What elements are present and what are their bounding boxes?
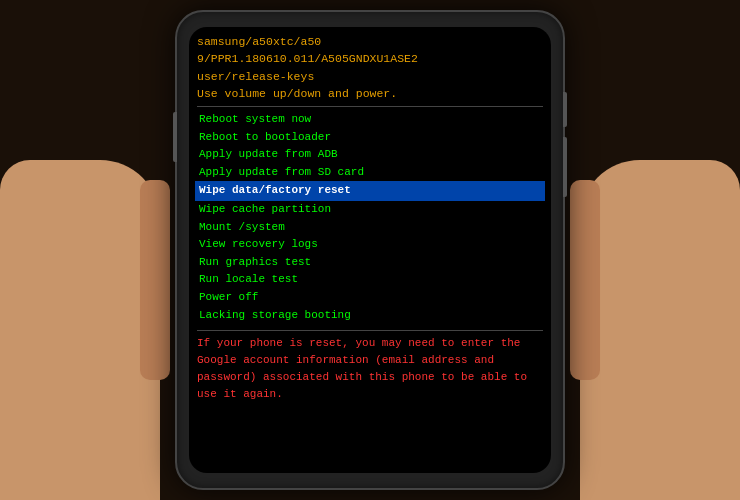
menu-item-wipe-data[interactable]: Wipe data/factory reset [195, 181, 545, 201]
menu-item-view-logs[interactable]: View recovery logs [197, 236, 543, 254]
volume-button [173, 112, 177, 162]
device-model-line2: 9/PPR1.180610.011/A505GNDXU1ASE2 [197, 50, 543, 67]
menu-item-apply-sdcard[interactable]: Apply update from SD card [197, 164, 543, 182]
menu-section: Reboot system now Reboot to bootloader A… [197, 111, 543, 324]
recovery-ui: samsung/a50xtc/a50 9/PPR1.180610.011/A50… [189, 27, 551, 473]
power-button [563, 92, 567, 127]
phone-body: samsung/a50xtc/a50 9/PPR1.180610.011/A50… [175, 10, 565, 490]
bixby-button [563, 137, 567, 197]
device-model-line1: samsung/a50xtc/a50 [197, 33, 543, 50]
menu-item-wipe-cache[interactable]: Wipe cache partition [197, 201, 543, 219]
hand-left [0, 160, 160, 500]
menu-item-power-off[interactable]: Power off [197, 289, 543, 307]
scene: samsung/a50xtc/a50 9/PPR1.180610.011/A50… [0, 0, 740, 500]
menu-item-reboot-bootloader[interactable]: Reboot to bootloader [197, 129, 543, 147]
warning-section: If your phone is reset, you may need to … [197, 330, 543, 403]
menu-item-reboot-system[interactable]: Reboot system now [197, 111, 543, 129]
menu-item-graphics-test[interactable]: Run graphics test [197, 254, 543, 272]
menu-item-mount-system[interactable]: Mount /system [197, 219, 543, 237]
hand-right [580, 160, 740, 500]
instructions-text: Use volume up/down and power. [197, 85, 543, 102]
device-model-line3: user/release-keys [197, 68, 543, 85]
phone-screen: samsung/a50xtc/a50 9/PPR1.180610.011/A50… [189, 27, 551, 473]
header-section: samsung/a50xtc/a50 9/PPR1.180610.011/A50… [197, 33, 543, 107]
menu-item-lacking-storage[interactable]: Lacking storage booting [197, 307, 543, 325]
warning-text: If your phone is reset, you may need to … [197, 335, 543, 403]
menu-item-locale-test[interactable]: Run locale test [197, 271, 543, 289]
menu-item-apply-adb[interactable]: Apply update from ADB [197, 146, 543, 164]
